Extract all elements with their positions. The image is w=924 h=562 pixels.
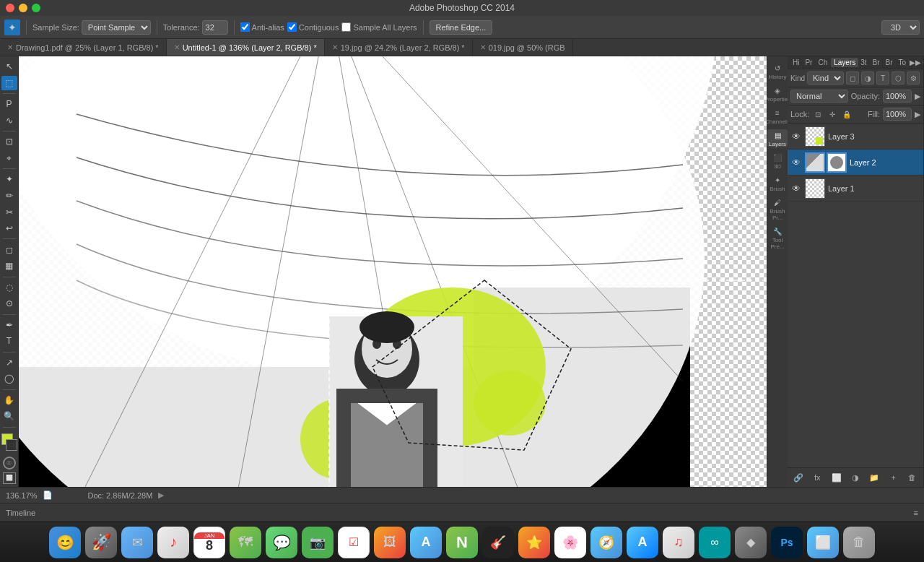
- status-arrow[interactable]: ▶: [158, 490, 164, 500]
- panel-tab-br1[interactable]: Br: [871, 58, 882, 67]
- dock-photos[interactable]: 🌸: [554, 527, 586, 558]
- tab-19jpg[interactable]: ✕ 19.jpg @ 24.2% (Layer 2, RGB/8) *: [325, 39, 473, 56]
- dock-itunes3[interactable]: ♫: [663, 527, 694, 558]
- sidebar-item-channels[interactable]: ≡ Channels: [767, 107, 788, 125]
- layer-2-visibility[interactable]: 👁: [790, 157, 802, 168]
- dock-arduino[interactable]: ∞: [699, 527, 731, 558]
- dock-trash[interactable]: 🗑: [843, 527, 875, 558]
- dock-ilife[interactable]: ⭐: [518, 527, 550, 558]
- filter-pixel-icon[interactable]: ◻: [846, 72, 859, 85]
- quick-mask-tool[interactable]: ◎: [3, 457, 16, 470]
- dock-vmware[interactable]: ◆: [735, 527, 767, 558]
- close-button[interactable]: [6, 4, 14, 12]
- dock-appstore2[interactable]: A: [627, 527, 658, 558]
- sidebar-item-properties[interactable]: ◈ Properties: [767, 85, 788, 103]
- dock-calendar[interactable]: JAN 8: [193, 527, 225, 558]
- clone-tool[interactable]: ✂: [1, 204, 17, 220]
- spot-heal-tool[interactable]: ✦: [1, 172, 17, 187]
- dock-launchpad[interactable]: 🚀: [85, 527, 117, 558]
- eyedropper-tool[interactable]: ⌖: [1, 151, 17, 166]
- shape-tool[interactable]: ◯: [1, 371, 17, 386]
- tab-close-drawing1[interactable]: ✕: [7, 43, 13, 51]
- timeline-menu-icon[interactable]: ≡: [914, 509, 918, 517]
- add-mask-icon[interactable]: ⬜: [830, 471, 843, 484]
- lasso-tool[interactable]: P: [1, 97, 17, 112]
- sidebar-item-tool-preset[interactable]: 🔧 Tool Pre...: [767, 225, 788, 250]
- opacity-arrow[interactable]: ▶: [915, 92, 920, 101]
- filter-smart-icon[interactable]: ⚙: [907, 72, 920, 85]
- add-adjustment-icon[interactable]: ◑: [849, 471, 862, 484]
- minimize-button[interactable]: [19, 4, 27, 12]
- canvas-area[interactable]: [19, 56, 767, 487]
- path-select-tool[interactable]: ↗: [1, 355, 17, 371]
- maximize-button[interactable]: [32, 4, 40, 12]
- magic-wand-tool[interactable]: ✦: [4, 20, 20, 35]
- dock-appstore[interactable]: A: [410, 527, 442, 558]
- move-tool[interactable]: ↖: [1, 59, 17, 74]
- dock-finder[interactable]: 😊: [49, 527, 81, 558]
- panel-tab-3t[interactable]: 3t: [858, 58, 868, 67]
- dock-messages[interactable]: 💬: [266, 527, 297, 558]
- dock-preview[interactable]: 🖼: [374, 527, 406, 558]
- sidebar-item-layers[interactable]: ▤ Layers: [767, 129, 788, 147]
- panel-tab-ch[interactable]: Ch: [816, 58, 829, 67]
- panel-tab-to[interactable]: To: [897, 58, 909, 67]
- pen-tool[interactable]: ✒: [1, 318, 17, 333]
- history-brush-tool[interactable]: ↩: [1, 221, 17, 236]
- lock-all-icon[interactable]: 🔒: [841, 108, 853, 120]
- dock-mail[interactable]: ✉: [121, 527, 153, 558]
- tab-close-19jpg[interactable]: ✕: [332, 43, 338, 51]
- layer-item-2[interactable]: 👁 Layer 2: [788, 150, 923, 176]
- dock-reminders[interactable]: ☑: [338, 527, 370, 558]
- panel-tab-br2[interactable]: Br: [884, 58, 895, 67]
- sample-all-layers-checkbox[interactable]: [341, 22, 351, 32]
- lock-pixel-icon[interactable]: ⊡: [812, 108, 824, 120]
- gradient-tool[interactable]: ▦: [1, 259, 17, 274]
- screen-mode[interactable]: ⬜: [3, 472, 16, 484]
- brush-tool[interactable]: ✏: [1, 189, 17, 204]
- new-layer-icon[interactable]: +: [887, 471, 900, 484]
- layer-1-visibility[interactable]: 👁: [790, 183, 802, 194]
- hand-tool[interactable]: ✋: [1, 393, 17, 408]
- dock-finder-window[interactable]: ⬜: [807, 527, 839, 558]
- tab-close-untitled1[interactable]: ✕: [174, 43, 180, 51]
- tab-close-019jpg[interactable]: ✕: [480, 43, 486, 51]
- link-layers-icon[interactable]: 🔗: [792, 471, 805, 484]
- dock-maps[interactable]: 🗺: [230, 527, 261, 558]
- layer-3-visibility[interactable]: 👁: [790, 131, 802, 142]
- sidebar-item-brush[interactable]: ✦ Brush: [767, 174, 788, 192]
- dock-safari[interactable]: 🧭: [590, 527, 622, 558]
- sidebar-item-3d[interactable]: ⬛ 3D: [767, 152, 788, 170]
- layer-item-3[interactable]: 👁 Layer 3: [788, 124, 923, 150]
- sidebar-item-history[interactable]: ↺ History: [767, 62, 788, 80]
- blur-tool[interactable]: ◌: [1, 280, 17, 295]
- quick-select-tool[interactable]: ∿: [1, 113, 17, 129]
- crop-tool[interactable]: ⊡: [1, 134, 17, 150]
- opacity-input[interactable]: [883, 90, 912, 103]
- panel-tab-pr[interactable]: Pr: [803, 58, 814, 67]
- layers-kind-select[interactable]: Kind: [807, 72, 844, 85]
- tab-019jpg[interactable]: ✕ 019.jpg @ 50% (RGB: [473, 39, 573, 56]
- layer-item-1[interactable]: 👁 Layer 1: [788, 176, 923, 202]
- tolerance-input[interactable]: [202, 20, 228, 35]
- dodge-tool[interactable]: ⊙: [1, 296, 17, 311]
- tab-drawing1[interactable]: ✕ Drawing1.pdf @ 25% (Layer 1, RGB/8) *: [0, 39, 167, 56]
- anti-alias-checkbox[interactable]: [240, 22, 250, 32]
- zoom-tool[interactable]: 🔍: [1, 409, 17, 424]
- filter-type-icon[interactable]: T: [876, 72, 889, 85]
- blend-mode-select[interactable]: Normal: [790, 90, 848, 103]
- sidebar-item-brush-preset[interactable]: 🖌 Brush Pr...: [767, 196, 788, 221]
- dock-photoshop[interactable]: Ps: [771, 527, 803, 558]
- new-group-icon[interactable]: 📁: [868, 471, 881, 484]
- tab-untitled1[interactable]: ✕ Untitled-1 @ 136% (Layer 2, RGB/8) *: [167, 39, 325, 56]
- 3d-mode-select[interactable]: 3D: [881, 20, 920, 35]
- delete-layer-icon[interactable]: 🗑: [906, 471, 919, 484]
- background-color[interactable]: [6, 439, 17, 451]
- dock-garageband[interactable]: 🎸: [482, 527, 514, 558]
- dock-numbers[interactable]: N: [446, 527, 478, 558]
- sample-size-select[interactable]: Point Sample: [82, 20, 151, 35]
- dock-itunes[interactable]: ♪: [157, 527, 189, 558]
- lock-position-icon[interactable]: ✛: [827, 108, 838, 120]
- filter-adjust-icon[interactable]: ◑: [861, 72, 874, 85]
- type-tool[interactable]: T: [1, 334, 17, 349]
